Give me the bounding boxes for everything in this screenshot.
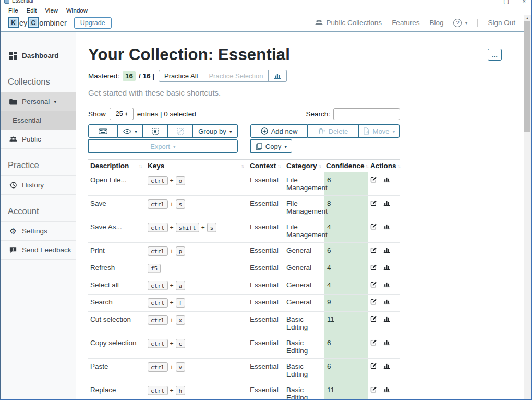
sidebar-heading-collections: Collections	[1, 65, 76, 92]
page-size-select[interactable]: 25 ▴▾	[110, 108, 134, 120]
bar-chart-icon[interactable]	[383, 176, 390, 183]
table-row[interactable]: Replacectrl+hEssentialBasic Editing11	[88, 382, 400, 400]
context-cell: Essential	[248, 219, 284, 243]
scrollbar-thumb[interactable]	[524, 21, 530, 132]
bar-chart-icon[interactable]	[383, 362, 390, 369]
copy-button[interactable]: Copy ▾	[250, 139, 292, 153]
keycap: s	[207, 223, 217, 232]
edit-icon[interactable]	[370, 223, 377, 230]
sign-out-link[interactable]: Sign Out	[488, 19, 515, 27]
logo-text-ombiner: ombiner	[39, 19, 66, 27]
deselect-all-button[interactable]	[168, 124, 193, 138]
nav-public-collections[interactable]: Public Collections	[315, 19, 382, 27]
sidebar-item-send-feedback[interactable]: Send Feedback	[1, 240, 76, 260]
export-button[interactable]: Export ▾	[88, 139, 238, 153]
bar-chart-icon[interactable]	[383, 281, 390, 288]
keycap: ctrl	[148, 223, 168, 232]
table-row[interactable]: Select allctrl+aEssentialGeneral4	[88, 277, 400, 295]
keycombiner-logo[interactable]: KeyCombiner	[7, 17, 67, 28]
table-row[interactable]: Refreshf5EssentialGeneral4	[88, 260, 400, 277]
edit-icon[interactable]	[370, 386, 377, 393]
keycap: ctrl	[148, 176, 168, 185]
keycap: ctrl	[148, 315, 168, 325]
keycap: ctrl	[148, 339, 168, 348]
select-all-button[interactable]	[143, 124, 168, 138]
edit-icon[interactable]	[370, 362, 377, 369]
category-cell: General	[284, 295, 324, 312]
sidebar-item-personal[interactable]: Personal ▾	[1, 92, 76, 111]
add-new-button[interactable]: Add new	[250, 124, 308, 138]
edit-icon[interactable]	[370, 176, 377, 183]
keycap: o	[176, 176, 186, 185]
menu-file[interactable]: File	[4, 7, 22, 14]
typing-mode-button[interactable]	[88, 124, 118, 138]
menu-edit[interactable]: Edit	[22, 7, 41, 14]
upgrade-button[interactable]: Upgrade	[74, 17, 112, 29]
confidence-cell: 4	[324, 219, 368, 243]
sidebar-item-essential[interactable]: Essential	[1, 111, 76, 130]
keys-cell: ctrl+s	[146, 196, 248, 219]
edit-icon[interactable]	[370, 199, 377, 206]
scroll-up-arrow[interactable]: ▲	[524, 15, 531, 21]
delete-button[interactable]: Delete	[308, 124, 359, 138]
edit-icon[interactable]	[370, 246, 377, 253]
column-header-keys[interactable]: Keys↑↓	[146, 160, 248, 172]
nav-blog[interactable]: Blog	[429, 19, 443, 27]
edit-icon[interactable]	[370, 281, 377, 288]
table-row[interactable]: Cut selectionctrl+xEssentialBasic Editin…	[88, 312, 400, 335]
column-header-context[interactable]: Context↑↓	[248, 160, 284, 172]
sidebar-item-settings[interactable]: ⚙ Settings	[1, 221, 76, 240]
bar-chart-icon[interactable]	[383, 199, 390, 206]
table-row[interactable]: Open File...ctrl+oEssentialFile Manageme…	[88, 172, 400, 196]
app-navbar: KeyCombiner Upgrade Public Collections F…	[1, 15, 531, 32]
bar-chart-icon[interactable]	[383, 315, 390, 322]
edit-icon[interactable]	[370, 298, 377, 305]
sidebar-heading-practice: Practice	[1, 149, 76, 175]
mastered-count-badge: 16	[123, 71, 136, 81]
nav-features[interactable]: Features	[392, 19, 419, 27]
table-row[interactable]: Save As...ctrl+shift+sEssentialFile Mana…	[88, 219, 400, 243]
help-menu[interactable]: ? ▾	[453, 19, 467, 27]
group-by-button[interactable]: Group by ▾	[193, 124, 238, 138]
keycap: shift	[176, 223, 199, 232]
edit-icon[interactable]	[370, 339, 377, 346]
bar-chart-icon[interactable]	[383, 298, 390, 305]
practice-selection-button[interactable]: Practice Selection	[203, 70, 269, 82]
menu-view[interactable]: View	[41, 7, 62, 14]
table-row[interactable]: Printctrl+pEssentialGeneral6	[88, 243, 400, 260]
column-header-category[interactable]: Category↑↓	[284, 160, 324, 172]
column-header-description[interactable]: Description↑↓	[88, 160, 146, 172]
table-row[interactable]: Pastectrl+vEssentialBasic Editing6	[88, 359, 400, 382]
sidebar-item-dashboard[interactable]: Dashboard	[1, 46, 76, 65]
edit-icon[interactable]	[370, 315, 377, 322]
table-row[interactable]: Copy selectionctrl+cEssentialBasic Editi…	[88, 335, 400, 359]
edit-icon[interactable]	[370, 264, 377, 270]
confidence-cell: 11	[324, 312, 368, 335]
table-row[interactable]: Searchctrl+fEssentialGeneral9	[88, 295, 400, 312]
search-input[interactable]	[333, 108, 400, 120]
collection-options-button[interactable]: ...	[488, 49, 502, 61]
category-cell: File Management	[284, 172, 324, 196]
practice-stats-button[interactable]	[269, 70, 287, 82]
column-header-actions[interactable]: Actions↑↓	[368, 160, 400, 172]
sidebar-item-history[interactable]: History	[1, 175, 76, 195]
bar-chart-icon[interactable]	[383, 386, 390, 393]
move-button[interactable]: Move ▾	[359, 124, 400, 138]
column-header-confidence[interactable]: Confidence↑↓	[324, 160, 368, 172]
bar-chart-icon[interactable]	[383, 264, 390, 270]
description-cell: Save As...	[88, 219, 146, 243]
maximize-button[interactable]: ▢	[503, 0, 509, 5]
close-button[interactable]: ×	[523, 0, 526, 5]
sidebar-item-public[interactable]: Public	[1, 130, 76, 149]
actions-cell	[368, 382, 400, 400]
bar-chart-icon[interactable]	[383, 339, 390, 346]
bar-chart-icon[interactable]	[383, 246, 390, 253]
visibility-button[interactable]: ▾	[118, 124, 143, 138]
bar-chart-icon[interactable]	[383, 223, 390, 230]
vertical-scrollbar[interactable]: ▲	[524, 15, 531, 399]
trash-icon	[318, 128, 325, 135]
chevron-down-icon: ▾	[54, 99, 56, 104]
table-row[interactable]: Savectrl+sEssentialFile Management8	[88, 196, 400, 219]
practice-all-button[interactable]: Practice All	[159, 70, 203, 82]
menu-window[interactable]: Window	[62, 7, 92, 14]
